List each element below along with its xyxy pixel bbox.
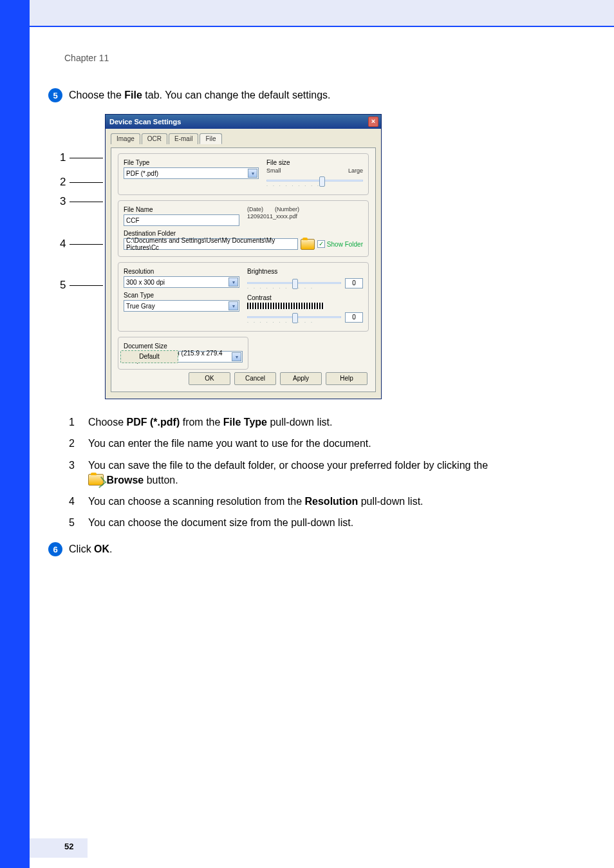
tab-file[interactable]: File [200, 133, 221, 144]
slider-ticks: · · · · · · · · · [266, 184, 363, 188]
page-number: 52 [64, 842, 73, 851]
t: tab. You can change the default settings… [142, 90, 331, 100]
file-size-slider[interactable] [266, 180, 363, 182]
resolution-label: Resolution [124, 268, 239, 275]
list-item: 3 You can save the file to the default f… [69, 458, 588, 487]
show-folder-checkbox[interactable]: ✓ Show Folder [317, 240, 363, 248]
scan-type-select[interactable]: True Gray ▾ [124, 300, 239, 312]
destination-folder-input[interactable]: C:\Documents and Settings\User\My Docume… [124, 238, 298, 250]
t: pull-down list. [358, 496, 423, 507]
slider-thumb[interactable] [319, 176, 325, 187]
t: You can choose the document size from th… [88, 515, 353, 530]
callout-line [70, 285, 103, 286]
destination-folder-label: Destination Folder [124, 230, 363, 237]
list-item: 2 You can enter the file name you want t… [69, 436, 588, 451]
callout-line [70, 158, 103, 158]
step-6-text: Click OK. [69, 542, 113, 556]
cancel-button[interactable]: Cancel [234, 372, 276, 385]
file-type-label: File Type [124, 159, 259, 166]
instruction-sublist: 1 Choose PDF (*.pdf) from the File Type … [69, 415, 588, 530]
t: from the [180, 417, 223, 428]
step-5: 5 Choose the File tab. You can change th… [48, 88, 588, 102]
apply-button[interactable]: Apply [280, 372, 322, 385]
tab-panel-file: File Type PDF (*.pdf) ▾ File size [111, 147, 376, 392]
help-button[interactable]: Help [326, 372, 367, 385]
item-number: 1 [69, 415, 78, 429]
file-type-select[interactable]: PDF (*.pdf) ▾ [124, 167, 259, 179]
t: button. [144, 475, 178, 486]
resolution-select[interactable]: 300 x 300 dpi ▾ [124, 276, 239, 288]
contrast-pattern-icon [247, 303, 324, 309]
step-5-text: Choose the File tab. You can change the … [69, 88, 331, 102]
resolution-value: 300 x 300 dpi [126, 279, 165, 286]
document-size-label: Document Size [124, 343, 243, 350]
t-bold: Browse [106, 475, 144, 486]
chevron-down-icon: ▾ [228, 301, 238, 310]
contrast-value[interactable]: 0 [345, 312, 363, 323]
brightness-value[interactable]: 0 [345, 278, 363, 288]
callout-4: 4 [60, 238, 66, 250]
file-size-small: Small [266, 167, 281, 174]
group-resolution: Resolution 300 x 300 dpi ▾ Scan Type Tru… [118, 262, 369, 332]
chevron-down-icon: ▾ [232, 352, 241, 361]
file-size-large: Large [348, 167, 363, 174]
top-header-band [30, 0, 614, 27]
device-scan-settings-dialog: Device Scan Settings × Image OCR E-mail … [105, 114, 382, 399]
file-name-pattern: 12092011_xxxx.pdf [247, 213, 297, 220]
step-badge-5: 5 [48, 88, 62, 102]
group-file-type: File Type PDF (*.pdf) ▾ File size [118, 153, 369, 195]
step-badge-6: 6 [48, 542, 62, 556]
chevron-down-icon: ▾ [228, 278, 238, 287]
left-accent-bar [0, 0, 30, 868]
t-bold: OK [94, 543, 109, 554]
browse-folder-icon[interactable] [301, 239, 315, 250]
scan-type-label: Scan Type [124, 292, 239, 299]
dialog-screenshot: 1 2 3 4 5 Device Scan Settings × Image O… [105, 114, 588, 399]
t: You can save the file to the default fol… [88, 460, 488, 471]
t: pull-down list. [267, 417, 332, 428]
slider-thumb[interactable] [292, 313, 298, 323]
checkbox-icon: ✓ [317, 240, 325, 248]
step-6: 6 Click OK. [48, 542, 588, 556]
callout-line [70, 244, 103, 245]
t-bold: File Type [223, 417, 267, 428]
item-number: 3 [69, 458, 78, 487]
t: Choose the [69, 90, 124, 100]
item-number: 4 [69, 494, 78, 509]
t: You can enter the file name you want to … [88, 436, 371, 451]
destination-folder-value: C:\Documents and Settings\User\My Docume… [126, 237, 295, 251]
slider-thumb[interactable] [292, 279, 298, 289]
default-button[interactable]: Default [120, 350, 178, 363]
t-bold: File [124, 90, 142, 100]
brightness-label: Brightness [247, 268, 363, 275]
file-name-date-label: (Date) [247, 206, 263, 212]
group-file-name: File Name CCF (Date) (Number) [118, 200, 369, 257]
file-name-number-label: (Number) [275, 206, 299, 212]
list-item: 1 Choose PDF (*.pdf) from the File Type … [69, 415, 588, 429]
tab-image[interactable]: Image [111, 133, 140, 144]
file-name-label: File Name [124, 206, 239, 213]
t: Choose [88, 417, 127, 428]
tab-strip: Image OCR E-mail File [111, 133, 376, 144]
contrast-label: Contrast [247, 294, 363, 301]
file-type-value: PDF (*.pdf) [126, 170, 158, 177]
item-number: 2 [69, 436, 78, 451]
callout-column: 1 2 3 4 5 [60, 114, 105, 399]
t: . [109, 543, 112, 554]
tab-email[interactable]: E-mail [169, 133, 198, 144]
close-icon[interactable]: × [368, 117, 378, 127]
ok-button[interactable]: OK [189, 372, 230, 385]
list-item: 4 You can choose a scanning resolution f… [69, 494, 588, 509]
callout-line [70, 202, 103, 202]
page-number-background [30, 838, 88, 858]
file-name-input[interactable]: CCF [124, 214, 239, 226]
contrast-slider[interactable] [247, 316, 341, 318]
callout-3: 3 [60, 195, 66, 208]
dialog-title: Device Scan Settings [109, 118, 181, 126]
t: Click [69, 543, 94, 554]
dialog-titlebar: Device Scan Settings × [106, 115, 381, 129]
tab-ocr[interactable]: OCR [142, 133, 167, 144]
callout-line [70, 182, 103, 183]
brightness-slider[interactable] [247, 282, 341, 284]
item-number: 5 [69, 515, 78, 530]
